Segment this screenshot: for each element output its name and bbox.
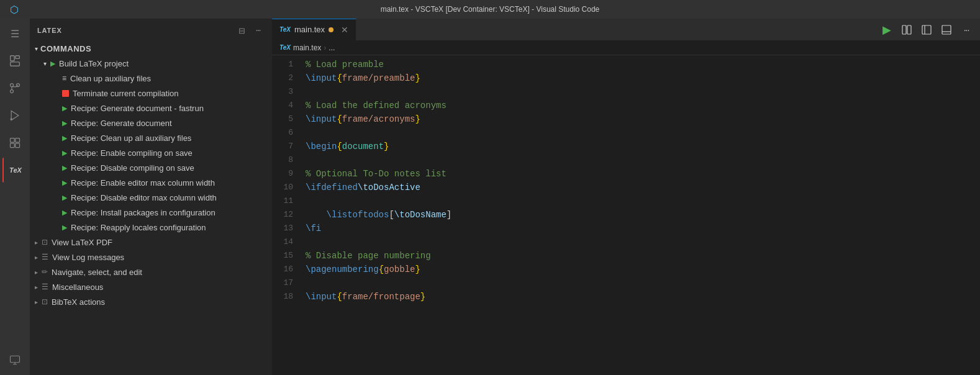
svg-rect-11 [16,143,20,148]
misc-section[interactable]: ▸ ☰ Miscellaneous [30,279,272,294]
svg-point-7 [11,118,12,120]
latex-icon[interactable]: TeX [2,158,27,183]
code-content[interactable]: % Load preamble \input{frame/preamble} %… [301,55,980,375]
breadcrumb-filename[interactable]: main.tex [293,43,321,52]
recipe-disable-col-label: Recipe: Disable editor max column width [71,193,217,202]
build-latex-item[interactable]: ▾ ▶ Build LaTeX project [30,56,272,71]
svg-point-3 [11,84,14,87]
code-line-10: \ifdefined\toDosActive [306,181,980,194]
recipe-cleanup-label: Recipe: Clean up all auxiliary files [71,133,191,143]
view-log-chevron: ▸ [35,254,38,261]
recipe-install-label: Recipe: Install packages in configuratio… [71,208,216,217]
code-line-15: % Disable page numbering [306,249,980,263]
breadcrumb-separator: › [324,43,326,52]
view-pdf-section[interactable]: ▸ ⊡ View LaTeX PDF [30,235,272,250]
toggle-panel-button[interactable] [938,21,955,38]
recipe-enable-col-label: Recipe: Enable editor max column width [71,178,215,188]
bibtex-icon: ⊡ [42,297,48,306]
misc-icon: ☰ [42,282,48,291]
code-line-16: \pagenumbering{gobble} [306,263,980,276]
svg-rect-2 [16,56,19,59]
split-editor-button[interactable] [898,21,915,38]
navigate-section[interactable]: ▸ ✏ Navigate, select, and edit [30,264,272,279]
sidebar-header: LATEX ⊟ ··· [30,19,272,40]
code-line-1: % Load preamble [306,58,980,71]
tab-bar: TeX main.tex ✕ [272,19,980,40]
play-icon-7: ▶ [62,194,67,202]
explorer-icon[interactable] [2,48,27,73]
svg-point-5 [11,90,14,93]
code-line-8 [306,153,980,167]
svg-rect-10 [11,143,15,148]
recipe-enable-col-item[interactable]: ▶ Recipe: Enable editor max column width [30,175,272,190]
toggle-primary-sidebar-button[interactable] [918,21,935,38]
play-icon-3: ▶ [62,134,67,142]
view-log-section[interactable]: ▸ ☰ View Log messages [30,250,272,264]
vscode-logo: ⬡ [5,4,24,16]
log-icon: ☰ [42,253,48,261]
terminate-item[interactable]: Terminate current compilation [30,86,272,101]
main-tex-tab[interactable]: TeX main.tex ✕ [272,19,356,40]
svg-rect-9 [16,138,20,143]
recipe-enable-save-item[interactable]: ▶ Recipe: Enable compiling on save [30,145,272,160]
play-icon-6: ▶ [62,179,67,187]
clean-icon: ≡ [62,74,66,83]
recipe-generate-item[interactable]: ▶ Recipe: Generate document [30,115,272,130]
bibtex-section[interactable]: ▸ ⊡ BibTeX actions [30,294,272,309]
play-icon-1: ▶ [62,104,67,112]
misc-label: Miscellaneous [52,282,103,292]
menu-icon[interactable]: ☰ [2,21,27,46]
editor-top-toolbar: ▶ ··· [878,19,980,40]
run-button[interactable]: ▶ [878,21,896,38]
title-bar: ⬡ main.tex - VSCTeX [Dev Container: VSCT… [0,0,980,19]
breadcrumb-tex-icon: TeX [279,44,291,51]
sidebar: LATEX ⊟ ··· ▾ COMMANDS ▾ ▶ Build LaTeX p… [30,19,272,375]
code-line-14 [306,235,980,249]
navigate-label: Navigate, select, and edit [52,268,142,277]
play-icon-4: ▶ [62,149,67,157]
code-line-7: \begin{document} [306,140,980,153]
code-line-13: \fi [306,222,980,235]
recipe-cleanup-item[interactable]: ▶ Recipe: Clean up all auxiliary files [30,130,272,145]
recipe-install-item[interactable]: ▶ Recipe: Install packages in configurat… [30,205,272,220]
play-icon-8: ▶ [62,209,67,217]
activity-bar: ☰ [0,19,30,375]
line-numbers: 1 2 3 4 5 6 7 8 9 10 11 12 13 14 15 16 1… [272,55,301,375]
svg-rect-0 [11,56,14,61]
code-line-5: \input{frame/acronyms} [306,112,980,126]
recipe-enable-save-label: Recipe: Enable compiling on save [71,148,193,158]
svg-rect-13 [902,25,906,34]
commands-chevron: ▾ [35,45,38,52]
commands-section-header[interactable]: ▾ COMMANDS [30,41,272,56]
svg-rect-14 [907,25,911,34]
misc-chevron: ▸ [35,284,38,291]
source-control-icon[interactable] [2,76,27,101]
breadcrumb-path[interactable]: ... [329,43,335,52]
tab-filename: main.tex [294,25,325,34]
play-icon-5: ▶ [62,164,67,172]
more-actions-button[interactable]: ··· [251,24,265,37]
terminate-label: Terminate current compilation [73,89,179,98]
more-editor-actions[interactable]: ··· [958,21,975,38]
play-build-icon: ▶ [50,60,55,68]
recipe-fastrun-item[interactable]: ▶ Recipe: Generate document - fastrun [30,101,272,115]
collapse-all-button[interactable]: ⊟ [235,24,248,37]
title-text: main.tex - VSCTeX [Dev Container: VSCTeX… [381,5,600,14]
clean-aux-item[interactable]: ≡ Clean up auxiliary files [30,71,272,86]
breadcrumb: TeX main.tex › ... [272,40,980,55]
tab-tex-icon: TeX [279,26,291,33]
svg-rect-8 [11,138,15,143]
code-line-6 [306,126,980,140]
editor-area: ▶ ··· [272,19,980,375]
extensions-icon[interactable] [2,130,27,155]
code-line-9: % Optional To-Do notes list [306,167,980,181]
tab-close-icon[interactable]: ✕ [341,25,348,35]
edit-icon: ✏ [42,268,48,276]
recipe-disable-col-item[interactable]: ▶ Recipe: Disable editor max column widt… [30,190,272,205]
remote-icon[interactable] [2,348,27,373]
recipe-locales-item[interactable]: ▶ Recipe: Reapply locales configuration [30,220,272,235]
code-editor[interactable]: 1 2 3 4 5 6 7 8 9 10 11 12 13 14 15 16 1… [272,55,980,375]
recipe-disable-save-item[interactable]: ▶ Recipe: Disable compiling on save [30,160,272,175]
recipe-locales-label: Recipe: Reapply locales configuration [71,223,206,232]
run-debug-icon[interactable] [2,103,27,128]
